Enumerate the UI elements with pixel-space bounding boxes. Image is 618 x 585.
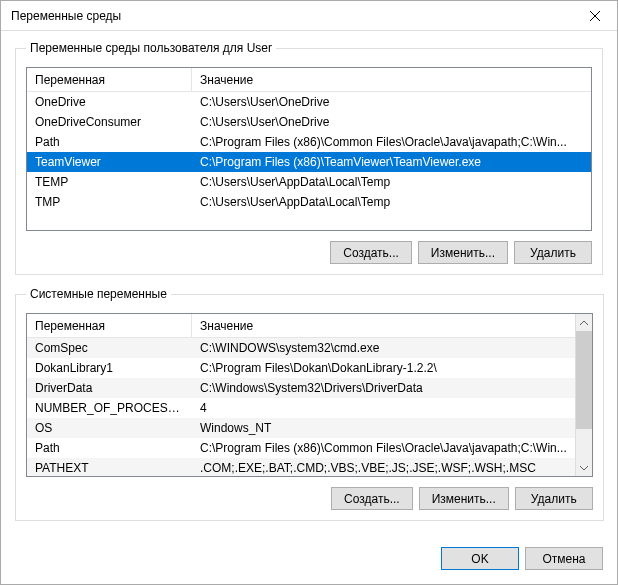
scroll-down-button[interactable] xyxy=(576,459,592,476)
user-new-button[interactable]: Создать... xyxy=(330,241,412,264)
system-vars-group: Системные переменные Переменная Значение… xyxy=(15,287,604,521)
table-row[interactable]: NUMBER_OF_PROCESSORS4 xyxy=(27,398,575,418)
cell-name: OneDrive xyxy=(27,93,192,111)
cell-name: DriverData xyxy=(27,379,192,397)
cell-value: C:\Users\User\OneDrive xyxy=(192,113,591,131)
scroll-thumb[interactable] xyxy=(576,331,593,429)
dialog-footer: OK Отмена xyxy=(1,539,617,584)
table-row[interactable]: DriverDataC:\Windows\System32\Drivers\Dr… xyxy=(27,378,575,398)
cell-name: NUMBER_OF_PROCESSORS xyxy=(27,399,192,417)
cell-name: OS xyxy=(27,419,192,437)
col-header-value[interactable]: Значение xyxy=(192,314,575,337)
env-vars-dialog: Переменные среды Переменные среды пользо… xyxy=(0,0,618,585)
cell-value: 4 xyxy=(192,399,575,417)
window-title: Переменные среды xyxy=(11,9,572,23)
cell-value: Windows_NT xyxy=(192,419,575,437)
user-vars-legend: Переменные среды пользователя для User xyxy=(26,41,276,55)
cell-value: C:\Program Files\Dokan\DokanLibrary-1.2.… xyxy=(192,359,575,377)
table-row[interactable]: OSWindows_NT xyxy=(27,418,575,438)
chevron-down-icon xyxy=(580,464,588,472)
cell-name: Path xyxy=(27,439,192,457)
titlebar: Переменные среды xyxy=(1,1,617,31)
system-new-button[interactable]: Создать... xyxy=(331,487,413,510)
user-delete-button[interactable]: Удалить xyxy=(514,241,592,264)
table-row[interactable]: TEMPC:\Users\User\AppData\Local\Temp xyxy=(27,172,591,192)
cell-value: C:\Program Files (x86)\Common Files\Orac… xyxy=(192,439,575,457)
close-button[interactable] xyxy=(572,1,617,31)
system-vars-header: Переменная Значение xyxy=(27,314,575,338)
ok-button[interactable]: OK xyxy=(441,547,519,570)
user-vars-table[interactable]: Переменная Значение OneDriveC:\Users\Use… xyxy=(26,67,592,231)
table-row[interactable]: DokanLibrary1C:\Program Files\Dokan\Doka… xyxy=(27,358,575,378)
cell-value: .COM;.EXE;.BAT;.CMD;.VBS;.VBE;.JS;.JSE;.… xyxy=(192,459,575,476)
cell-value: C:\Users\User\AppData\Local\Temp xyxy=(192,173,591,191)
table-row[interactable]: ComSpecC:\WINDOWS\system32\cmd.exe xyxy=(27,338,575,358)
dialog-content: Переменные среды пользователя для User П… xyxy=(1,31,617,539)
col-header-name[interactable]: Переменная xyxy=(27,68,192,91)
col-header-name[interactable]: Переменная xyxy=(27,314,192,337)
cancel-button[interactable]: Отмена xyxy=(525,547,603,570)
scrollbar[interactable] xyxy=(575,314,592,476)
table-row[interactable]: TeamViewerC:\Program Files (x86)\TeamVie… xyxy=(27,152,591,172)
col-header-value[interactable]: Значение xyxy=(192,68,591,91)
user-vars-buttons: Создать... Изменить... Удалить xyxy=(26,241,592,264)
system-vars-legend: Системные переменные xyxy=(26,287,171,301)
cell-name: TMP xyxy=(27,193,192,211)
close-icon xyxy=(590,11,600,21)
cell-name: DokanLibrary1 xyxy=(27,359,192,377)
cell-name: ComSpec xyxy=(27,339,192,357)
cell-value: C:\Program Files (x86)\Common Files\Orac… xyxy=(192,133,591,151)
system-vars-buttons: Создать... Изменить... Удалить xyxy=(26,487,593,510)
system-edit-button[interactable]: Изменить... xyxy=(419,487,509,510)
user-vars-group: Переменные среды пользователя для User П… xyxy=(15,41,603,275)
table-row[interactable]: TMPC:\Users\User\AppData\Local\Temp xyxy=(27,192,591,212)
table-row[interactable]: PATHEXT.COM;.EXE;.BAT;.CMD;.VBS;.VBE;.JS… xyxy=(27,458,575,476)
user-vars-header: Переменная Значение xyxy=(27,68,591,92)
cell-name: OneDriveConsumer xyxy=(27,113,192,131)
table-row[interactable]: OneDriveC:\Users\User\OneDrive xyxy=(27,92,591,112)
cell-name: TEMP xyxy=(27,173,192,191)
system-vars-body: ComSpecC:\WINDOWS\system32\cmd.exeDokanL… xyxy=(27,338,575,476)
user-vars-body: OneDriveC:\Users\User\OneDriveOneDriveCo… xyxy=(27,92,591,231)
cell-name: Path xyxy=(27,133,192,151)
user-edit-button[interactable]: Изменить... xyxy=(418,241,508,264)
cell-value: C:\Users\User\AppData\Local\Temp xyxy=(192,193,591,211)
cell-value: C:\WINDOWS\system32\cmd.exe xyxy=(192,339,575,357)
table-row[interactable]: OneDriveConsumerC:\Users\User\OneDrive xyxy=(27,112,591,132)
cell-name: TeamViewer xyxy=(27,153,192,171)
cell-value: C:\Windows\System32\Drivers\DriverData xyxy=(192,379,575,397)
system-vars-table[interactable]: Переменная Значение ComSpecC:\WINDOWS\sy… xyxy=(26,313,593,477)
scroll-up-button[interactable] xyxy=(576,314,592,331)
cell-name: PATHEXT xyxy=(27,459,192,476)
cell-value: C:\Users\User\OneDrive xyxy=(192,93,591,111)
table-row[interactable]: PathC:\Program Files (x86)\Common Files\… xyxy=(27,132,591,152)
chevron-up-icon xyxy=(580,319,588,327)
system-delete-button[interactable]: Удалить xyxy=(515,487,593,510)
table-row[interactable]: PathC:\Program Files (x86)\Common Files\… xyxy=(27,438,575,458)
cell-value: C:\Program Files (x86)\TeamViewer\TeamVi… xyxy=(192,153,591,171)
